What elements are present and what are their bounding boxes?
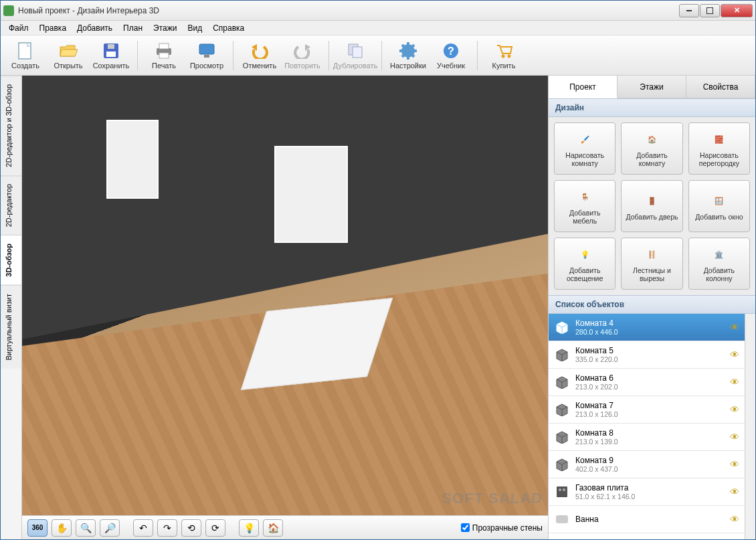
- undo-button[interactable]: Отменить: [239, 37, 280, 74]
- menu-file[interactable]: Файл: [3, 22, 34, 34]
- scrollbar[interactable]: [745, 314, 755, 539]
- save-button[interactable]: Сохранить: [90, 37, 132, 74]
- stairs-icon: 🪜: [642, 245, 662, 264]
- object-list-item[interactable]: Комната 6 213.0 x 202.0 👁: [549, 369, 745, 396]
- object-icon: [554, 511, 570, 527]
- toolbar: Создать Открыть Сохранить Печать Просмот…: [1, 35, 755, 76]
- object-list[interactable]: Комната 4 280.0 x 446.0 👁 Комната 5 335.…: [549, 314, 745, 539]
- zoom-in-icon: 🔍: [80, 523, 92, 533]
- tab-2d[interactable]: 2D-редактор: [1, 175, 21, 235]
- zoom-in-button[interactable]: 🔍: [76, 519, 96, 537]
- object-list-item[interactable]: Газовая плита 51.0 x 62.1 x 146.0 👁: [549, 478, 745, 506]
- rotate-right-button[interactable]: ↷: [157, 519, 177, 537]
- visibility-eye-icon[interactable]: 👁: [730, 377, 739, 387]
- buy-button[interactable]: Купить: [483, 37, 525, 74]
- pan-button[interactable]: ✋: [52, 519, 72, 537]
- svg-point-19: [502, 54, 505, 58]
- visibility-eye-icon[interactable]: 👁: [730, 432, 739, 442]
- door-icon: 🚪: [642, 191, 662, 210]
- floppy-icon: [102, 41, 120, 60]
- tab-floors[interactable]: Этажи: [618, 76, 686, 98]
- draw-room-button[interactable]: 🖌️Нарисовать комнату: [554, 122, 616, 175]
- tab-project[interactable]: Проект: [549, 76, 618, 98]
- print-button[interactable]: Печать: [143, 37, 185, 74]
- add-room-button[interactable]: 🏠Добавить комнату: [621, 122, 682, 175]
- orbit-right-icon: ⟳: [211, 523, 219, 533]
- visibility-eye-icon[interactable]: 👁: [730, 349, 739, 360]
- object-list-item[interactable]: Комната 9 402.0 x 437.0 👁: [549, 451, 745, 478]
- close-button[interactable]: [721, 4, 753, 17]
- object-dimensions: 213.0 x 202.0: [575, 383, 725, 391]
- duplicate-icon: [346, 41, 365, 60]
- rotate-left-icon: ↶: [139, 523, 147, 533]
- add-window-button[interactable]: 🪟Добавить окно: [688, 180, 750, 232]
- create-button[interactable]: Создать: [5, 37, 46, 74]
- object-list-item[interactable]: Комната 8 213.0 x 139.0 👁: [549, 424, 745, 451]
- tab-3d[interactable]: 3D-обзор: [1, 235, 21, 285]
- object-list-item[interactable]: Комната 5 335.0 x 220.0 👁: [549, 341, 745, 369]
- home-icon: 🏠: [268, 523, 279, 533]
- menu-edit[interactable]: Правка: [34, 22, 72, 34]
- bulb-icon: 💡: [575, 245, 595, 264]
- stairs-button[interactable]: 🪜Лестницы и вырезы: [621, 238, 682, 290]
- add-door-button[interactable]: 🚪Добавить дверь: [621, 180, 682, 232]
- object-list-item[interactable]: Комната 4 280.0 x 446.0 👁: [549, 314, 745, 341]
- column-icon: 🏛️: [709, 245, 729, 264]
- object-icon: [554, 484, 570, 500]
- orbit-left-button[interactable]: ⟲: [181, 519, 201, 537]
- draw-partition-button[interactable]: 🧱Нарисовать перегородку: [688, 122, 750, 175]
- visibility-eye-icon[interactable]: 👁: [730, 514, 739, 525]
- object-name: Ванна: [575, 515, 725, 524]
- object-dimensions: 213.0 x 139.0: [575, 438, 725, 446]
- object-name: Комната 7: [575, 401, 725, 410]
- spin-360-button[interactable]: 360: [27, 519, 48, 537]
- open-button[interactable]: Открыть: [48, 37, 89, 74]
- object-icon: [554, 319, 570, 335]
- orbit-right-button[interactable]: ⟳: [205, 519, 225, 537]
- add-column-button[interactable]: 🏛️Добавить колонну: [688, 238, 750, 290]
- tab-2d-3d[interactable]: 2D-редактор и 3D-обзор: [1, 76, 21, 175]
- orbit-left-icon: ⟲: [187, 523, 195, 533]
- add-light-button[interactable]: 💡Добавить освещение: [554, 238, 616, 290]
- rotate-left-button[interactable]: ↶: [133, 519, 153, 537]
- preview-button[interactable]: Просмотр: [186, 37, 227, 74]
- menubar: Файл Правка Добавить План Этажи Вид Спра…: [1, 21, 755, 35]
- object-list-item[interactable]: Ванна 👁: [549, 506, 745, 533]
- gear-icon: [399, 41, 417, 60]
- minimize-button[interactable]: [679, 4, 699, 17]
- 3d-render-area[interactable]: SOFT SALAD: [22, 76, 548, 515]
- redo-icon: [293, 41, 312, 60]
- menu-help[interactable]: Справка: [207, 22, 250, 34]
- help-button[interactable]: ?Учебник: [430, 37, 472, 74]
- redo-button[interactable]: Повторить: [282, 37, 323, 74]
- visibility-eye-icon[interactable]: 👁: [730, 486, 739, 497]
- visibility-eye-icon[interactable]: 👁: [730, 404, 739, 415]
- bulb-icon: 💡: [244, 523, 255, 533]
- add-furniture-button[interactable]: 🪑Добавить мебель: [554, 180, 616, 232]
- object-list-item[interactable]: Комната 7 213.0 x 126.0 👁: [549, 396, 745, 424]
- tab-properties[interactable]: Свойства: [686, 76, 755, 98]
- transparent-walls-checkbox[interactable]: Прозрачные стены: [461, 523, 543, 533]
- viewport: SOFT SALAD 360 ✋ 🔍 🔎 ↶ ↷ ⟲ ⟳ 💡 🏠 Прозрач…: [22, 76, 548, 539]
- tab-virtual-visit[interactable]: Виртуальный визит: [1, 285, 21, 369]
- settings-button[interactable]: Настройки: [387, 37, 429, 74]
- light-button[interactable]: 💡: [239, 519, 259, 537]
- app-icon: [3, 5, 14, 16]
- menu-add[interactable]: Добавить: [72, 22, 118, 34]
- help-icon: ?: [442, 41, 460, 60]
- menu-floors[interactable]: Этажи: [148, 22, 182, 34]
- zoom-out-button[interactable]: 🔎: [100, 519, 120, 537]
- maximize-button[interactable]: [700, 4, 720, 17]
- svg-rect-21: [557, 486, 567, 497]
- svg-text:?: ?: [448, 46, 454, 57]
- svg-rect-5: [159, 43, 169, 49]
- home-button[interactable]: 🏠: [263, 519, 283, 537]
- object-dimensions: 335.0 x 220.0: [575, 355, 725, 364]
- menu-view[interactable]: Вид: [182, 22, 207, 34]
- duplicate-button[interactable]: Дублировать: [335, 37, 376, 74]
- visibility-eye-icon[interactable]: 👁: [730, 322, 739, 333]
- object-name: Комната 4: [575, 319, 725, 328]
- menu-plan[interactable]: План: [118, 22, 148, 34]
- svg-point-23: [563, 488, 565, 491]
- visibility-eye-icon[interactable]: 👁: [730, 459, 739, 470]
